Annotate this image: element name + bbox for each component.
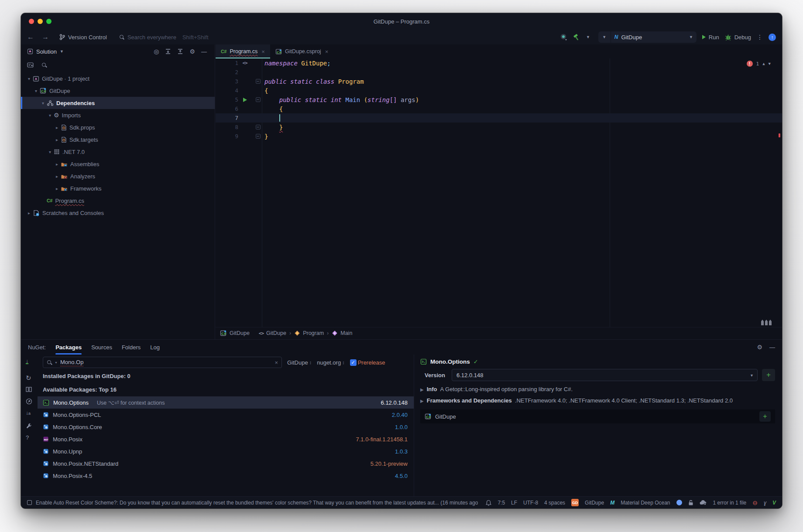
notification-source-icon[interactable] xyxy=(27,500,32,505)
line-number[interactable]: 5 xyxy=(216,96,238,103)
panel-settings-icon[interactable]: ⚙ xyxy=(189,48,195,55)
more-actions-icon[interactable]: ⋮ xyxy=(757,34,763,40)
tree-item-assemblies[interactable]: ▸Assemblies xyxy=(21,158,215,170)
fold-marker[interactable]: − xyxy=(251,134,264,139)
power-save-icon[interactable]: ⊖ xyxy=(752,499,758,506)
search-everywhere-button[interactable]: Search everywhere xyxy=(119,34,176,41)
nuget-settings-icon[interactable]: ⚙ xyxy=(757,344,762,350)
cloud-sync-icon[interactable] xyxy=(700,500,707,505)
install-package-button[interactable]: + xyxy=(762,369,775,381)
package-frameworks-row[interactable]: ▶ Frameworks and Dependencies .NETFramew… xyxy=(420,397,775,404)
hide-nuget-panel-icon[interactable]: — xyxy=(769,344,775,350)
code-line-3[interactable]: 3−public static class Program xyxy=(216,77,782,86)
editor-tab-gitdupe-csproj[interactable]: C#GitDupe.csproj× xyxy=(270,44,333,58)
error-summary[interactable]: 1 error in 1 file xyxy=(713,500,747,506)
breadcrumb-item-program[interactable]: Program xyxy=(294,330,324,336)
close-window-button[interactable] xyxy=(29,19,34,24)
code-line-2[interactable]: 2 xyxy=(216,68,782,77)
help-icon[interactable]: ? xyxy=(26,435,29,440)
expand-arrow-icon[interactable]: ▶ xyxy=(420,399,424,403)
fold-toggle-icon[interactable]: − xyxy=(256,79,261,84)
code-line-8[interactable]: 8− } xyxy=(216,123,782,132)
nuget-tab-log[interactable]: Log xyxy=(150,340,160,355)
run-line-icon[interactable] xyxy=(243,98,247,102)
tree-chevron-icon[interactable]: ▾ xyxy=(46,150,54,154)
line-ending[interactable]: LF xyxy=(511,500,517,506)
build-chevron-icon[interactable]: ▼ xyxy=(586,35,590,39)
scope-view-icon[interactable] xyxy=(27,62,34,68)
project-filter-select[interactable]: GitDupe ↕ xyxy=(287,359,312,366)
file-encoding[interactable]: UTF-8 xyxy=(523,500,538,506)
locate-file-icon[interactable]: ◎ xyxy=(154,48,159,55)
tree-item-analyzers[interactable]: ▸Analyzers xyxy=(21,170,215,182)
indent-setting[interactable]: 4 spaces xyxy=(544,500,565,506)
lock-icon[interactable] xyxy=(688,500,693,506)
notifications-bell-icon[interactable] xyxy=(486,500,491,506)
line-number[interactable]: 3 xyxy=(216,78,238,85)
project-name[interactable]: GitDupe xyxy=(585,500,604,506)
build-hammer-icon[interactable] xyxy=(573,34,580,41)
gamma-indicator-icon[interactable]: ɣ xyxy=(764,500,766,506)
line-number[interactable]: 1 xyxy=(216,60,238,66)
tree-chevron-icon[interactable]: ▸ xyxy=(25,211,33,215)
tree-item-gitdupe[interactable]: ▾C#GitDupe xyxy=(21,85,215,97)
line-number[interactable]: 2 xyxy=(216,69,238,75)
prev-error-icon[interactable]: ▲ xyxy=(762,61,765,66)
code-line-4[interactable]: 4{ xyxy=(216,86,782,95)
next-error-icon[interactable]: ▼ xyxy=(769,61,771,66)
tree-chevron-icon[interactable]: ▸ xyxy=(53,125,61,130)
nuget-tab-packages[interactable]: Packages xyxy=(55,340,82,355)
solution-view-chevron-icon[interactable]: ▼ xyxy=(60,50,64,54)
project-badge[interactable]: GD xyxy=(571,499,579,506)
tree-chevron-icon[interactable]: ▸ xyxy=(53,137,61,142)
run-widget-chevron[interactable]: ▼ xyxy=(598,31,611,43)
clear-search-icon[interactable]: × xyxy=(275,359,278,366)
package-search-input[interactable]: ▼ Mono.Op × xyxy=(43,357,282,368)
fold-marker[interactable]: − xyxy=(251,79,264,84)
tree-item-gitdupe-1-project[interactable]: ▾GitDupe · 1 project xyxy=(21,72,215,85)
profiler-icon[interactable] xyxy=(560,34,568,41)
tree-chevron-icon[interactable]: ▸ xyxy=(53,186,61,191)
fold-toggle-icon[interactable]: − xyxy=(256,134,261,139)
hide-panel-icon[interactable]: — xyxy=(201,49,207,55)
highlighting-level-icon[interactable] xyxy=(676,500,682,505)
package-row-mono-upnp[interactable]: Mono.Upnp1.0.3 xyxy=(38,445,414,457)
code-line-9[interactable]: 9−} xyxy=(216,132,782,141)
vcs-status-icon[interactable]: V xyxy=(772,500,776,506)
code-line-1[interactable]: 1<>namespace GitDupe; xyxy=(216,58,782,68)
tree-item--net-7-0[interactable]: ▾.NET 7.0 xyxy=(21,146,215,158)
tree-item-frameworks[interactable]: ▸Frameworks xyxy=(21,182,215,194)
prerelease-checkbox[interactable]: ✓ xyxy=(350,359,357,366)
sort-alphabetical-icon[interactable]: ↓a xyxy=(26,410,31,416)
fold-toggle-icon[interactable]: − xyxy=(256,125,261,130)
fold-marker[interactable]: − xyxy=(251,97,264,102)
tree-item-sdk-targets[interactable]: ▸Sdk.targets xyxy=(21,133,215,146)
tree-item-scratches-and-consoles[interactable]: ▸Scratches and Consoles xyxy=(21,207,215,219)
tree-item-sdk-props[interactable]: ▸Sdk.props xyxy=(21,121,215,133)
package-row-mono-options-core[interactable]: Mono.Options.Core1.0.0 xyxy=(38,421,414,433)
tree-chevron-icon[interactable]: ▾ xyxy=(25,76,33,81)
run-configuration-select[interactable]: N GitDupe ▼ xyxy=(611,31,697,43)
tree-item-dependencies[interactable]: ▾Dependencies xyxy=(21,97,215,109)
version-control-menu[interactable]: Version Control xyxy=(59,34,107,41)
theme-name[interactable]: Material Deep Ocean xyxy=(621,500,670,506)
tree-chevron-icon[interactable]: ▾ xyxy=(32,89,40,93)
line-number[interactable]: 4 xyxy=(216,87,238,94)
package-row-mono-posix-4-5[interactable]: Mono.Posix-4.54.5.0 xyxy=(38,470,414,482)
search-tree-icon[interactable] xyxy=(41,62,47,68)
tree-item-imports[interactable]: ▾⚙Imports xyxy=(21,109,215,121)
breadcrumb-item-gitdupe[interactable]: <>GitDupe xyxy=(259,330,286,336)
split-view-icon[interactable] xyxy=(26,387,32,392)
version-combobox[interactable]: 6.12.0.148 ▾ xyxy=(452,369,758,381)
editor-tab-program-cs[interactable]: C#Program.cs× xyxy=(216,44,270,58)
forward-icon[interactable]: → xyxy=(42,34,49,41)
code-line-5[interactable]: 5− public static int Main (string[] args… xyxy=(216,95,782,104)
expand-all-icon[interactable] xyxy=(165,48,171,55)
nuget-options-icon[interactable] xyxy=(26,423,32,429)
error-stripe-mark[interactable] xyxy=(779,133,780,137)
close-tab-icon[interactable]: × xyxy=(325,48,329,55)
line-number[interactable]: 8 xyxy=(216,124,238,130)
code-cleanup-widget[interactable] xyxy=(761,320,772,325)
package-row-mono-options[interactable]: Mono.OptionsUse ⌥⏎ for context actions6.… xyxy=(38,396,414,409)
package-row-mono-posix[interactable]: NETMono.Posix7.1.0-final.1.21458.1 xyxy=(38,433,414,445)
